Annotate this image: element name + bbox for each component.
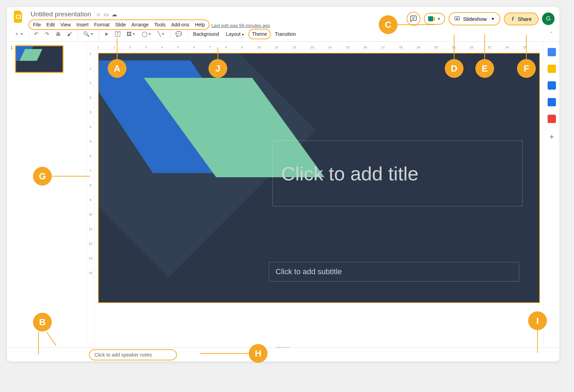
menu-format[interactable]: Format xyxy=(92,21,112,28)
svg-rect-1 xyxy=(17,16,20,18)
new-slide-button[interactable]: ＋▼ xyxy=(12,29,26,39)
subtitle-placeholder-text: Click to add subtitle xyxy=(276,267,342,276)
comment-tool[interactable]: 💬 xyxy=(173,29,184,39)
paint-format-button[interactable]: 🖌 xyxy=(65,29,75,39)
menu-addons[interactable]: Add-ons xyxy=(169,21,192,28)
slide-canvas[interactable]: Click to add title Click to add subtitle xyxy=(98,53,540,303)
main-body: 1 11234567891011121314151617181920212223… xyxy=(7,42,559,348)
callout-H: H xyxy=(249,344,268,363)
theme-button[interactable]: Theme xyxy=(248,29,271,39)
callout-I: I xyxy=(528,311,547,330)
star-icon[interactable]: ☆ xyxy=(96,11,101,18)
share-button[interactable]: Share xyxy=(504,13,539,25)
callout-B: B xyxy=(33,313,52,332)
menu-edit[interactable]: Edit xyxy=(44,21,57,28)
callout-F: F xyxy=(517,59,536,78)
vertical-ruler: 211234567891011121314 xyxy=(87,49,95,348)
comment-history-button[interactable] xyxy=(407,12,420,26)
header: Untitled presentation ☆ ▭ ☁ File Edit Vi… xyxy=(7,7,559,26)
edit-status[interactable]: Last edit was 58 minutes ago xyxy=(212,23,270,28)
sidepanel-contacts-icon[interactable] xyxy=(548,98,556,106)
speaker-notes-bar: Click to add speaker notes xyxy=(7,348,559,361)
sidepanel-add-icon[interactable]: ＋ xyxy=(548,131,556,140)
sidepanel-calendar-icon[interactable] xyxy=(548,48,556,56)
cloud-status-icon[interactable]: ☁ xyxy=(112,11,117,18)
notes-resize-handle[interactable] xyxy=(277,347,290,349)
menubar: File Edit View Insert Format Slide Arran… xyxy=(28,19,210,30)
zoom-button[interactable]: 🔍▼ xyxy=(81,29,96,39)
subtitle-placeholder[interactable]: Click to add subtitle xyxy=(269,262,519,281)
menu-arrange[interactable]: Arrange xyxy=(129,21,151,28)
app-window: Untitled presentation ☆ ▭ ☁ File Edit Vi… xyxy=(7,7,559,361)
sidepanel-maps-icon[interactable] xyxy=(548,115,556,123)
slideshow-button[interactable]: Slideshow ▼ xyxy=(449,12,500,25)
thumbnail-index: 1 xyxy=(10,45,13,73)
filmstrip-panel: 1 xyxy=(7,42,87,348)
sidepanel-keep-icon[interactable] xyxy=(548,65,556,73)
select-tool[interactable]: ➤ xyxy=(102,29,111,39)
svg-rect-4 xyxy=(428,16,433,21)
callout-G: G xyxy=(33,167,52,186)
menu-view[interactable]: View xyxy=(58,21,73,28)
slide-thumbnail[interactable] xyxy=(15,45,64,73)
meet-button[interactable]: ▼ xyxy=(424,13,445,25)
canvas-area: 1123456789101112131415161718192021222324… xyxy=(87,42,543,348)
menu-help[interactable]: Help xyxy=(192,21,207,28)
shape-tool[interactable]: ◯▼ xyxy=(139,29,154,39)
callout-E: E xyxy=(475,59,494,78)
title-zone: Untitled presentation ☆ ▭ ☁ File Edit Vi… xyxy=(28,10,270,30)
line-tool[interactable]: ╲▼ xyxy=(155,29,167,39)
callout-D: D xyxy=(445,59,464,78)
horizontal-ruler: 1123456789101112131415161718192021222324… xyxy=(87,42,543,49)
menu-file[interactable]: File xyxy=(31,21,43,28)
transition-button[interactable]: Transition xyxy=(272,30,299,39)
collapse-toolbar-icon[interactable]: ˆ xyxy=(548,29,555,39)
redo-button[interactable]: ↷ xyxy=(42,29,52,39)
side-panel: ＋ xyxy=(543,42,559,348)
layout-button[interactable]: Layout▼ xyxy=(223,30,247,39)
background-button[interactable]: Background xyxy=(190,30,222,39)
move-icon[interactable]: ▭ xyxy=(104,11,109,18)
slides-logo[interactable] xyxy=(12,10,26,24)
document-title[interactable]: Untitled presentation xyxy=(28,10,93,19)
menu-slide[interactable]: Slide xyxy=(113,21,128,28)
title-placeholder[interactable]: Click to add title xyxy=(272,140,523,206)
callout-C: C xyxy=(379,15,397,34)
menu-insert[interactable]: Insert xyxy=(74,21,91,28)
callout-A: A xyxy=(108,59,126,78)
header-right: ▼ Slideshow ▼ Share G xyxy=(407,12,555,26)
menu-tools[interactable]: Tools xyxy=(152,21,168,28)
textbox-tool[interactable]: 🅃 xyxy=(113,29,123,39)
undo-button[interactable]: ↶ xyxy=(32,29,41,39)
slideshow-label: Slideshow xyxy=(463,16,487,22)
sidepanel-tasks-icon[interactable] xyxy=(548,81,556,90)
thumbnail-row: 1 xyxy=(10,45,83,73)
image-tool[interactable]: 🖼▼ xyxy=(124,29,138,39)
account-avatar[interactable]: G xyxy=(542,13,555,25)
share-label: Share xyxy=(518,16,532,22)
title-placeholder-text: Click to add title xyxy=(281,162,418,185)
print-button[interactable]: 🖶 xyxy=(53,29,63,39)
callout-J: J xyxy=(208,59,227,78)
speaker-notes-input[interactable]: Click to add speaker notes xyxy=(89,349,177,360)
